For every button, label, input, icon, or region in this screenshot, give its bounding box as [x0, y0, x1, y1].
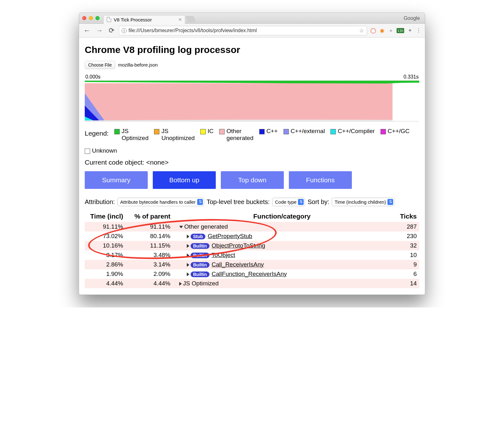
table-row[interactable]: 10.16%11.15%Builtin ObjectProtoToString3… — [85, 241, 419, 250]
legend-item: C++ — [259, 128, 278, 135]
extension-icon-5[interactable]: ✦ — [407, 27, 413, 34]
function-link[interactable]: ObjectProtoToString — [212, 242, 265, 249]
legend-item: JSUnoptimized — [154, 128, 195, 142]
new-tab-button[interactable] — [185, 16, 196, 22]
legend-text: IC — [208, 128, 214, 135]
timeline-section: 0.000s 0.331s — [85, 74, 419, 121]
extension-icon-2[interactable]: ◉ — [379, 27, 385, 34]
close-tab-icon[interactable]: × — [178, 16, 182, 23]
chevron-right-icon[interactable] — [187, 272, 189, 276]
legend-item: IC — [200, 128, 214, 135]
legend-text: JSOptimized — [122, 128, 149, 142]
close-window-icon[interactable] — [82, 16, 86, 20]
legend-text: Unknown — [92, 147, 117, 154]
table-row[interactable]: 3.17%3.48%Builtin ToObject10 — [85, 250, 419, 260]
timeline-labels: 0.000s 0.331s — [85, 74, 419, 80]
forward-button[interactable]: → — [95, 26, 104, 35]
url-text: file:///Users/bmeurer/Projects/v8/tools/… — [129, 28, 257, 33]
maximize-window-icon[interactable] — [95, 16, 100, 20]
browser-tab[interactable]: V8 Tick Processor × — [103, 15, 185, 24]
choose-file-button[interactable]: Choose File — [85, 61, 115, 69]
browser-toolbar: ← → ⟳ i file:///Users/bmeurer/Projects/v… — [79, 24, 425, 38]
view-tabs: SummaryBottom upTop downFunctions — [85, 171, 419, 189]
view-tab-bottom-up[interactable]: Bottom up — [153, 171, 216, 189]
extension-icon-3[interactable]: ● — [388, 27, 394, 34]
legend-text: C++/Compiler — [338, 128, 375, 135]
table-row[interactable]: 91.11%91.11%Other generated287 — [85, 222, 419, 231]
legend-swatch — [200, 129, 206, 134]
attribution-select[interactable]: Attribute bytecode handlers to caller — [117, 198, 204, 206]
minimize-window-icon[interactable] — [89, 16, 93, 20]
time-start: 0.000s — [85, 74, 100, 80]
profile-label[interactable]: Google — [404, 15, 422, 21]
bookmark-icon[interactable]: ☆ — [359, 27, 364, 34]
table-row[interactable]: 73.02%80.14%Stub GetPropertyStub230 — [85, 231, 419, 241]
legend-item: Unknown — [85, 147, 117, 154]
type-badge: Builtin — [191, 262, 209, 268]
legend-item: C++/external — [284, 128, 325, 135]
legend-item: C++/GC — [381, 128, 410, 135]
current-obj-value: <none> — [146, 159, 169, 166]
table-row[interactable]: 1.90%2.09%Builtin CallFunction_ReceiverI… — [85, 269, 419, 279]
col-ticks: Ticks — [391, 211, 419, 222]
view-tab-top-down[interactable]: Top down — [221, 171, 284, 189]
site-info-icon[interactable]: i — [122, 28, 127, 33]
legend: Legend: JSOptimizedJSUnoptimizedICOtherg… — [85, 128, 419, 154]
view-tab-functions[interactable]: Functions — [289, 171, 352, 189]
legend-text: Othergenerated — [226, 128, 254, 142]
col-pct: % of parent — [126, 211, 173, 222]
sort-select[interactable]: Time (including children) — [332, 198, 394, 206]
legend-text: C++/external — [291, 128, 325, 135]
legend-item: Othergenerated — [219, 128, 254, 142]
chevron-down-icon[interactable] — [179, 226, 183, 228]
time-end: 0.331s — [404, 74, 419, 80]
type-badge: Stub — [191, 234, 205, 239]
tab-title: V8 Tick Processor — [114, 17, 152, 22]
sort-label: Sort by: — [307, 198, 329, 206]
function-link[interactable]: ToObject — [211, 252, 235, 258]
page-heading: Chrome V8 profiling log processor — [85, 44, 419, 55]
chevron-right-icon[interactable] — [187, 244, 189, 248]
menu-icon[interactable]: ⋮ — [415, 27, 422, 34]
legend-swatch — [114, 129, 120, 134]
timeline-chart[interactable] — [85, 80, 419, 121]
browser-window: V8 Tick Processor × Google ← → ⟳ i file:… — [79, 13, 425, 295]
timeline-svg — [85, 81, 419, 121]
legend-swatch — [259, 129, 265, 134]
legend-swatch — [381, 129, 386, 134]
chevron-right-icon[interactable] — [187, 235, 189, 238]
svg-rect-1 — [85, 83, 392, 121]
chevron-right-icon[interactable] — [187, 254, 189, 257]
buckets-select[interactable]: Code type — [272, 198, 305, 206]
extension-icon-1[interactable]: ◯ — [370, 27, 376, 34]
col-time: Time (incl) — [85, 211, 126, 222]
address-bar[interactable]: i file:///Users/bmeurer/Projects/v8/tool… — [119, 26, 367, 35]
legend-label: Legend: — [85, 130, 109, 137]
legend-text: C++/GC — [388, 128, 410, 135]
function-link[interactable]: Call_ReceiverIsAny — [212, 261, 264, 268]
table-row[interactable]: 2.86%3.14%Builtin Call_ReceiverIsAny9 — [85, 260, 419, 269]
extension-icon-4[interactable]: 11h — [397, 28, 404, 33]
type-badge: Builtin — [191, 272, 209, 277]
function-link[interactable]: GetPropertyStub — [208, 233, 252, 239]
file-chooser-row: Choose File mozilla-before.json — [85, 61, 419, 69]
legend-swatch — [330, 129, 336, 134]
results-table-wrap: Time (incl) % of parent Function/categor… — [85, 211, 419, 288]
type-badge: Builtin — [191, 243, 209, 249]
traffic-lights — [82, 16, 100, 20]
back-button[interactable]: ← — [82, 26, 92, 35]
chevron-right-icon[interactable] — [179, 282, 182, 286]
attribution-label: Attribution: — [85, 198, 115, 206]
chevron-right-icon[interactable] — [187, 263, 189, 267]
legend-text: C++ — [266, 128, 278, 135]
type-badge: Builtin — [191, 253, 209, 258]
table-row[interactable]: 4.44%4.44%JS Optimized14 — [85, 279, 419, 288]
col-fn: Function/category — [173, 211, 391, 222]
legend-item: C++/Compiler — [330, 128, 375, 135]
page-icon — [107, 17, 111, 22]
reload-button[interactable]: ⟳ — [107, 26, 116, 35]
legend-swatch — [85, 149, 90, 154]
legend-item: JSOptimized — [114, 128, 149, 142]
view-tab-summary[interactable]: Summary — [85, 171, 148, 189]
function-link[interactable]: CallFunction_ReceiverIsAny — [212, 271, 287, 277]
